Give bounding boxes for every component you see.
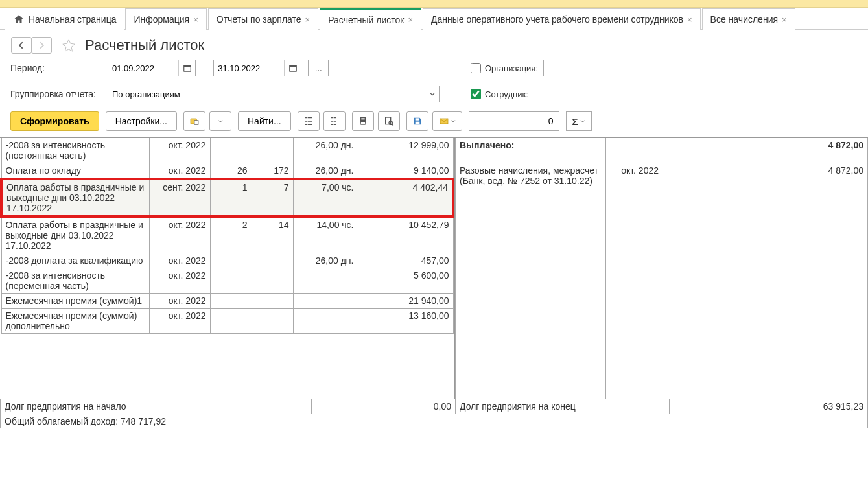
- row-period: окт. 2022: [149, 216, 210, 253]
- org-label: Организация:: [485, 64, 538, 73]
- table-row: -2008 за интенсивность (постоянная часть…: [1, 138, 453, 163]
- paid-row: Разовые начисления, межрасчет (Банк, вед…: [456, 163, 868, 198]
- email-button[interactable]: [432, 111, 462, 131]
- tabs-bar: Начальная страница Информация × Отчеты п…: [0, 8, 868, 30]
- row-c3: [293, 268, 358, 294]
- row-sum: 13 160,00: [358, 309, 453, 334]
- print-button[interactable]: [352, 111, 374, 131]
- table-row: -2008 за интенсивность (переменная часть…: [1, 268, 453, 294]
- grouping-value[interactable]: [108, 86, 425, 102]
- row-period: сент. 2022: [149, 179, 210, 216]
- row-c2: [252, 138, 293, 163]
- period-more-button[interactable]: ...: [308, 60, 329, 76]
- find-button[interactable]: Найти...: [238, 111, 291, 131]
- expand-tree-button[interactable]: [298, 111, 320, 131]
- tab-reports[interactable]: Отчеты по зарплате ×: [208, 8, 318, 30]
- settings-button[interactable]: Настройки...: [106, 111, 177, 131]
- period-to-input[interactable]: [214, 60, 284, 76]
- org-input[interactable]: [543, 60, 868, 76]
- grouping-select[interactable]: [108, 86, 440, 102]
- sum-input[interactable]: [469, 111, 559, 131]
- page-magnify-icon: [384, 116, 394, 126]
- calendar-icon[interactable]: [284, 60, 301, 76]
- row-c1: [210, 268, 252, 294]
- filters: Период: – ... Организация: Группировка о…: [0, 58, 868, 108]
- favorite-star-icon[interactable]: [62, 38, 76, 52]
- svg-rect-3: [289, 65, 296, 67]
- table-row: Оплата по окладуокт. 20222617226,00 дн.9…: [1, 163, 453, 180]
- paid-label: Выплачено:: [456, 138, 606, 163]
- row-sum: 5 600,00: [358, 268, 453, 294]
- period-from-input[interactable]: [108, 60, 178, 76]
- org-checkbox[interactable]: [471, 63, 481, 73]
- close-icon[interactable]: ×: [408, 15, 413, 25]
- form-button[interactable]: Сформировать: [10, 111, 99, 131]
- row-c2: [252, 309, 293, 334]
- tab-home[interactable]: Начальная страница: [5, 8, 124, 30]
- tab-worktime[interactable]: Данные оперативного учета рабочего време…: [423, 8, 701, 30]
- row-c3: [293, 294, 358, 309]
- emp-checkbox[interactable]: [471, 89, 481, 99]
- collapse-tree-button[interactable]: [323, 111, 346, 131]
- row-c2: 14: [252, 216, 293, 253]
- paid-header-row: Выплачено: 4 872,00: [456, 138, 868, 163]
- close-icon[interactable]: ×: [193, 15, 198, 25]
- toolbar: Сформировать Настройки... Найти...: [0, 108, 868, 137]
- accruals-table: -2008 за интенсивность (постоянная часть…: [0, 138, 454, 334]
- table-row: Ежемесячная премия (суммой) дополнительн…: [1, 309, 453, 334]
- row-period: окт. 2022: [149, 138, 210, 163]
- chevron-down-icon: [451, 119, 456, 124]
- emp-input[interactable]: [534, 86, 868, 102]
- page-title: Расчетный листок: [85, 37, 204, 54]
- row-c1: [210, 253, 252, 268]
- save-button[interactable]: [406, 111, 428, 131]
- row-c3: 26,00 дн.: [293, 163, 358, 180]
- svg-rect-1: [183, 65, 191, 67]
- close-icon[interactable]: ×: [305, 15, 311, 25]
- emp-label: Сотрудник:: [485, 89, 528, 99]
- nav-forward-button[interactable]: [31, 37, 52, 54]
- row-c3: 26,00 дн.: [293, 138, 358, 163]
- arrow-left-icon: [17, 41, 26, 50]
- home-icon: [13, 14, 25, 25]
- debt-start-label: Долг предприятия на начало: [1, 399, 312, 414]
- report-content: -2008 за интенсивность (постоянная часть…: [0, 137, 868, 428]
- payments-table: Выплачено: 4 872,00 Разовые начисления, …: [455, 138, 868, 399]
- row-c2: [252, 294, 293, 309]
- paste-more-button[interactable]: [209, 111, 231, 131]
- chevron-down-icon: [580, 119, 585, 124]
- paid-row-sum: 4 872,00: [663, 163, 868, 198]
- tab-reports-label: Отчеты по зарплате: [217, 14, 301, 25]
- nav-back-button[interactable]: [11, 37, 32, 54]
- svg-rect-5: [194, 121, 198, 125]
- row-sum: 9 140,00: [358, 163, 453, 180]
- tab-payslip[interactable]: Расчетный листок ×: [320, 8, 421, 30]
- tab-info[interactable]: Информация ×: [125, 8, 206, 30]
- row-c3: 14,00 чс.: [293, 216, 358, 253]
- row-c3: [293, 309, 358, 334]
- row-c1: [210, 138, 252, 163]
- tab-info-label: Информация: [134, 14, 189, 25]
- row-sum: 4 402,44: [358, 179, 453, 216]
- folder-icon: [189, 116, 200, 126]
- row-period: окт. 2022: [149, 294, 210, 309]
- row-c1: [210, 309, 252, 334]
- row-name: Ежемесячная премия (суммой)1: [1, 294, 149, 309]
- svg-rect-12: [415, 122, 419, 124]
- close-icon[interactable]: ×: [782, 15, 787, 25]
- row-name: -2008 за интенсивность (переменная часть…: [1, 268, 149, 294]
- chevron-down-icon[interactable]: [425, 86, 439, 102]
- debt-row: Долг предприятия на начало 0,00 Долг пре…: [1, 399, 868, 414]
- calendar-icon[interactable]: [178, 60, 195, 76]
- row-sum: 21 940,00: [358, 294, 453, 309]
- income-row: Общий облагаемый доход: 748 717,92: [1, 414, 868, 428]
- tab-accruals[interactable]: Все начисления ×: [702, 8, 795, 30]
- ribbon: [0, 0, 868, 8]
- preview-button[interactable]: [378, 111, 400, 131]
- close-icon[interactable]: ×: [687, 15, 692, 25]
- row-c2: [252, 253, 293, 268]
- row-c1: [210, 294, 252, 309]
- period-to: [213, 60, 301, 76]
- sigma-button[interactable]: Σ: [566, 111, 592, 131]
- paste-button[interactable]: [183, 111, 205, 131]
